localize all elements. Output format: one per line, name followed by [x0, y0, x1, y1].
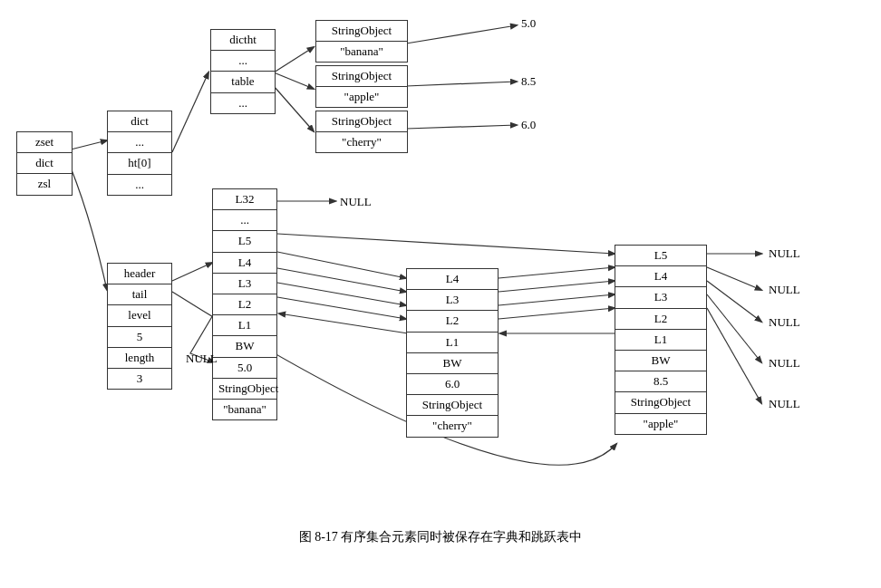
sn2-strobj: StringObject — [407, 395, 498, 416]
zset-cell-zsl: zsl — [17, 174, 72, 194]
zsl-cell-header: header — [108, 264, 171, 284]
sn3-score: 8.5 — [615, 371, 706, 392]
svg-line-4 — [274, 86, 314, 131]
str-banana-cell1: StringObject — [316, 21, 407, 42]
sh-l3: L3 — [213, 274, 276, 294]
sn3-l4: L4 — [615, 266, 706, 287]
dict-cell-dots2: ... — [108, 175, 171, 195]
zsl-cell-length-label: length — [108, 348, 171, 369]
zset-cell-dict: dict — [17, 153, 72, 174]
dict-cell-ht0: ht[0] — [108, 153, 171, 174]
skip-header-box: L32 ... L5 L4 L3 L2 L1 BW 5.0 StringObje… — [212, 188, 277, 420]
str-cherry-cell2: "cherry" — [316, 132, 407, 152]
sn3-l1: L1 — [615, 330, 706, 351]
diagram: zset dict zsl dict ... ht[0] ... dictht … — [0, 0, 881, 553]
dictht-cell-dots2: ... — [211, 93, 275, 113]
svg-line-3 — [274, 72, 314, 89]
svg-line-2 — [274, 47, 314, 72]
sh-l2: L2 — [213, 294, 276, 315]
zset-box: zset dict zsl — [16, 131, 73, 196]
null-right-4: NULL — [769, 356, 800, 371]
svg-line-7 — [406, 125, 517, 129]
str-banana-box: StringObject "banana" — [315, 20, 408, 63]
str-apple-cell1: StringObject — [316, 66, 407, 87]
sn2-l1: L1 — [407, 333, 498, 353]
zsl-cell-length-val: 3 — [108, 369, 171, 389]
score-85-label: 8.5 — [521, 74, 536, 89]
zset-cell-zset: zset — [17, 132, 72, 153]
str-apple-box: StringObject "apple" — [315, 65, 408, 108]
svg-line-16 — [499, 294, 615, 305]
zsl-cell-level-label: level — [108, 305, 171, 326]
sn2-l3: L3 — [407, 290, 498, 311]
svg-line-17 — [277, 297, 406, 319]
dictht-box: dictht ... table ... — [210, 29, 276, 114]
svg-line-23 — [707, 281, 761, 322]
null-right-3: NULL — [769, 315, 800, 330]
sn3-l5: L5 — [615, 246, 706, 266]
dict-small-box: dict ... ht[0] ... — [107, 111, 172, 196]
sn3-l2: L2 — [615, 309, 706, 330]
svg-line-10 — [277, 234, 615, 254]
sn2-score: 6.0 — [407, 374, 498, 395]
sh-l4: L4 — [213, 253, 276, 274]
null-right-1: NULL — [769, 246, 800, 261]
dictht-cell-table: table — [211, 72, 275, 92]
sh-bw: BW — [213, 336, 276, 357]
null-right-2: NULL — [769, 283, 800, 297]
svg-line-13 — [277, 268, 406, 292]
svg-line-25 — [707, 308, 761, 403]
dict-cell-dots: ... — [108, 132, 171, 153]
dictht-cell-dots: ... — [211, 51, 275, 72]
sh-strobj: StringObject — [213, 379, 276, 400]
zsl-struct-box: header tail level 5 length 3 — [107, 263, 172, 390]
svg-line-1 — [172, 72, 208, 152]
score-60-label: 6.0 — [521, 118, 536, 132]
str-apple-cell2: "apple" — [316, 87, 407, 107]
str-cherry-cell1: StringObject — [316, 111, 407, 132]
sh-score: 5.0 — [213, 358, 276, 379]
svg-line-18 — [499, 308, 615, 319]
null-right-5: NULL — [769, 397, 800, 411]
svg-line-0 — [71, 140, 107, 149]
score-50-label: 5.0 — [521, 16, 536, 31]
sh-l1: L1 — [213, 315, 276, 336]
svg-line-8 — [172, 263, 212, 281]
str-banana-cell2: "banana" — [316, 42, 407, 62]
sn3-l3: L3 — [615, 287, 706, 308]
zsl-cell-level-val: 5 — [108, 327, 171, 348]
sh-strval: "banana" — [213, 400, 276, 419]
null-l32-label: NULL — [340, 195, 372, 209]
svg-line-15 — [277, 283, 406, 305]
svg-line-12 — [499, 267, 615, 278]
caption-text: 图 8-17 有序集合元素同时被保存在字典和跳跃表中 — [299, 530, 583, 544]
sn3-strobj: StringObject — [615, 392, 706, 413]
svg-line-20 — [279, 313, 408, 333]
svg-line-11 — [277, 252, 406, 278]
svg-line-5 — [406, 25, 517, 43]
zsl-cell-tail: tail — [108, 284, 171, 305]
sn3-bw: BW — [615, 351, 706, 371]
sn2-l4: L4 — [407, 269, 498, 290]
svg-line-24 — [707, 294, 761, 362]
dictht-cell-dictht: dictht — [211, 30, 275, 51]
null-bw-label: NULL — [186, 352, 218, 366]
sn2-bw: BW — [407, 353, 498, 374]
svg-line-14 — [499, 281, 615, 292]
sh-l5: L5 — [213, 231, 276, 252]
caption: 图 8-17 有序集合元素同时被保存在字典和跳跃表中 — [0, 529, 881, 545]
sh-l32: L32 — [213, 189, 276, 210]
svg-line-22 — [707, 267, 761, 290]
skip-node2-box: L4 L3 L2 L1 BW 6.0 StringObject "cherry" — [406, 268, 499, 438]
sn2-l2: L2 — [407, 311, 498, 332]
skip-node3-box: L5 L4 L3 L2 L1 BW 8.5 StringObject "appl… — [615, 245, 707, 435]
sh-dots: ... — [213, 210, 276, 231]
str-cherry-box: StringObject "cherry" — [315, 111, 408, 153]
sn2-strval: "cherry" — [407, 416, 498, 436]
svg-line-6 — [406, 82, 517, 86]
sn3-strval: "apple" — [615, 414, 706, 434]
dict-cell-dict: dict — [108, 111, 171, 132]
